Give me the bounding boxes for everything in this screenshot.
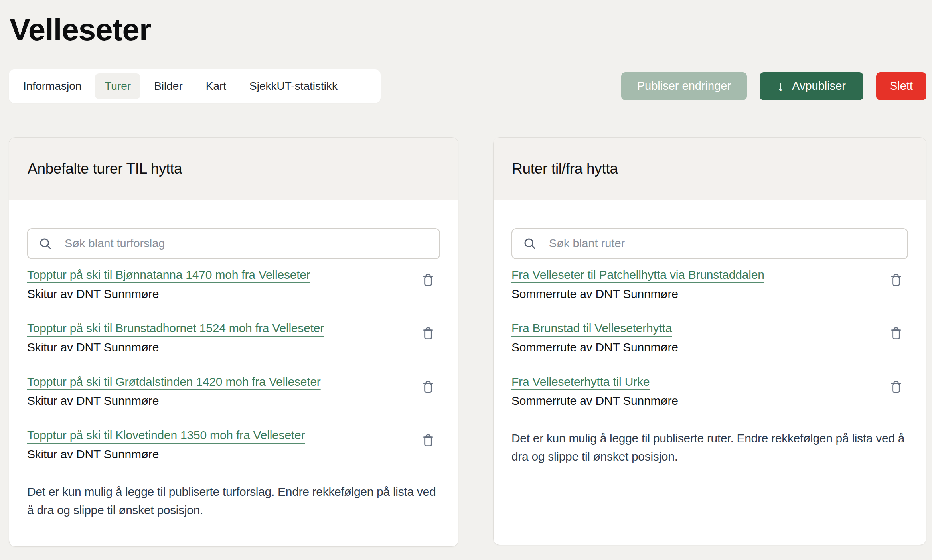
trip-list-item[interactable]: Topptur på ski til Grøtdalstinden 1420 m…	[27, 376, 440, 407]
trips-search	[27, 228, 440, 259]
trip-item-text: Topptur på ski til Bjønnatanna 1470 moh …	[27, 269, 310, 300]
route-link[interactable]: Fra Brunstad til Velleseterhytta	[511, 321, 672, 335]
page-title: Velleseter	[10, 14, 926, 46]
delete-route-button[interactable]	[888, 270, 904, 290]
route-subtitle: Sommerrute av DNT Sunnmøre	[511, 395, 678, 407]
trips-note: Det er kun mulig å legge til publiserte …	[27, 483, 440, 520]
search-icon	[523, 237, 537, 251]
delete-route-button[interactable]	[888, 377, 904, 397]
unpublish-label: Avpubliser	[792, 79, 846, 93]
trip-item-text: Topptur på ski til Grøtdalstinden 1420 m…	[27, 376, 321, 407]
routes-search	[511, 228, 908, 259]
routes-panel-title: Ruter til/fra hytta	[512, 160, 618, 177]
route-item-text: Fra Brunstad til Velleseterhytta Sommerr…	[511, 322, 678, 353]
trip-link[interactable]: Topptur på ski til Bjønnatanna 1470 moh …	[27, 268, 310, 281]
trip-item-text: Topptur på ski til Klovetinden 1350 moh …	[27, 429, 305, 460]
trips-panel: Anbefalte turer TIL hytta Topptur på ski…	[9, 137, 458, 547]
tab-bilder[interactable]: Bilder	[144, 73, 192, 99]
trips-search-input[interactable]	[27, 228, 440, 259]
trash-icon	[888, 324, 904, 343]
panels: Anbefalte turer TIL hytta Topptur på ski…	[9, 137, 926, 547]
trash-icon	[420, 431, 436, 450]
trip-subtitle: Skitur av DNT Sunnmøre	[27, 395, 321, 407]
trip-subtitle: Skitur av DNT Sunnmøre	[27, 341, 324, 353]
delete-trip-button[interactable]	[420, 431, 436, 451]
routes-panel-header: Ruter til/fra hytta	[494, 138, 926, 200]
action-buttons: Publiser endringer ↓ Avpubliser Slett	[621, 72, 926, 100]
trip-item-text: Topptur på ski til Brunstadhornet 1524 m…	[27, 322, 324, 353]
delete-trip-button[interactable]	[420, 270, 436, 290]
routes-note: Det er kun mulig å legge til publiserte …	[511, 429, 908, 466]
route-link[interactable]: Fra Velleseterhytta til Urke	[511, 375, 650, 388]
route-list-item[interactable]: Fra Velleseter til Patchellhytta via Bru…	[511, 269, 908, 300]
delete-trip-button[interactable]	[420, 324, 436, 344]
trips-list: Topptur på ski til Bjønnatanna 1470 moh …	[27, 269, 440, 460]
routes-panel-body: Fra Velleseter til Patchellhytta via Bru…	[494, 200, 926, 466]
tab-bar: Informasjon Turer Bilder Kart SjekkUT-st…	[9, 69, 381, 103]
trash-icon	[888, 378, 904, 397]
unpublish-button[interactable]: ↓ Avpubliser	[760, 72, 863, 100]
trash-icon	[420, 271, 436, 290]
route-list-item[interactable]: Fra Velleseterhytta til Urke Sommerrute …	[511, 376, 908, 407]
trash-icon	[420, 378, 436, 397]
publish-changes-button[interactable]: Publiser endringer	[621, 72, 747, 100]
delete-route-button[interactable]	[888, 324, 904, 344]
trips-panel-title: Anbefalte turer TIL hytta	[28, 160, 182, 177]
delete-button[interactable]: Slett	[876, 72, 926, 100]
trip-list-item[interactable]: Topptur på ski til Klovetinden 1350 moh …	[27, 429, 440, 460]
route-list-item[interactable]: Fra Brunstad til Velleseterhytta Sommerr…	[511, 322, 908, 353]
trash-icon	[420, 324, 436, 343]
trip-subtitle: Skitur av DNT Sunnmøre	[27, 448, 305, 460]
trips-panel-header: Anbefalte turer TIL hytta	[9, 138, 458, 200]
route-subtitle: Sommerrute av DNT Sunnmøre	[511, 288, 764, 300]
route-item-text: Fra Velleseter til Patchellhytta via Bru…	[511, 269, 764, 300]
tab-turer[interactable]: Turer	[95, 73, 140, 99]
route-link[interactable]: Fra Velleseter til Patchellhytta via Bru…	[511, 268, 764, 281]
delete-trip-button[interactable]	[420, 377, 436, 397]
trip-link[interactable]: Topptur på ski til Grøtdalstinden 1420 m…	[27, 375, 321, 388]
trips-panel-body: Topptur på ski til Bjønnatanna 1470 moh …	[9, 200, 458, 520]
trash-icon	[888, 271, 904, 290]
tab-sjekkut-statistikk[interactable]: SjekkUT-statistikk	[240, 73, 347, 99]
down-arrow-icon: ↓	[777, 79, 784, 93]
route-item-text: Fra Velleseterhytta til Urke Sommerrute …	[511, 376, 678, 407]
tab-informasjon[interactable]: Informasjon	[14, 73, 91, 99]
route-subtitle: Sommerrute av DNT Sunnmøre	[511, 341, 678, 353]
trip-subtitle: Skitur av DNT Sunnmøre	[27, 288, 310, 300]
routes-list: Fra Velleseter til Patchellhytta via Bru…	[511, 269, 908, 407]
tab-kart[interactable]: Kart	[196, 73, 236, 99]
search-icon	[38, 237, 53, 251]
trip-list-item[interactable]: Topptur på ski til Bjønnatanna 1470 moh …	[27, 269, 440, 300]
page: Velleseter Informasjon Turer Bilder Kart…	[0, 0, 932, 547]
trip-link[interactable]: Topptur på ski til Brunstadhornet 1524 m…	[27, 321, 324, 335]
routes-search-input[interactable]	[511, 228, 908, 259]
routes-panel: Ruter til/fra hytta Fra Velleseter til P…	[493, 137, 926, 545]
toolbar: Informasjon Turer Bilder Kart SjekkUT-st…	[9, 69, 926, 103]
trip-list-item[interactable]: Topptur på ski til Brunstadhornet 1524 m…	[27, 322, 440, 353]
trip-link[interactable]: Topptur på ski til Klovetinden 1350 moh …	[27, 428, 305, 442]
